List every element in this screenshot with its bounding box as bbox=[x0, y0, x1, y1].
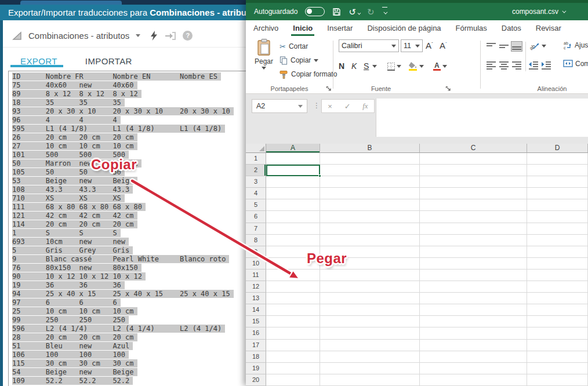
align-right-icon[interactable] bbox=[511, 60, 522, 70]
borders-button[interactable] bbox=[387, 59, 401, 73]
column-header-D[interactable]: D bbox=[527, 144, 588, 153]
row-header-16[interactable]: 16 bbox=[246, 327, 266, 339]
wrap-text-button[interactable]: ab c Ajust bbox=[563, 41, 588, 50]
column-header-C[interactable]: C bbox=[420, 144, 527, 153]
cell-C8[interactable] bbox=[420, 235, 527, 246]
row-header-12[interactable]: 12 bbox=[246, 281, 266, 293]
ribbon-tab-archivo[interactable]: Archivo bbox=[253, 20, 278, 36]
row-header-11[interactable]: 11 bbox=[246, 270, 266, 281]
cancel-icon[interactable]: × bbox=[328, 102, 332, 111]
cell-A7[interactable] bbox=[266, 223, 320, 235]
quick-access-customize-icon[interactable] bbox=[382, 7, 387, 16]
font-size-select[interactable]: 11 bbox=[401, 39, 423, 52]
cell-D8[interactable] bbox=[527, 235, 588, 246]
cell-B14[interactable] bbox=[320, 304, 420, 316]
cell-D9[interactable] bbox=[527, 246, 588, 258]
cell-C20[interactable] bbox=[420, 374, 527, 386]
cell-C1[interactable] bbox=[420, 153, 527, 165]
formula-bar-grip[interactable]: ⋮ bbox=[313, 101, 320, 110]
select-all-button[interactable] bbox=[246, 144, 266, 153]
cell-A19[interactable] bbox=[266, 363, 320, 374]
name-box[interactable]: A2 bbox=[252, 99, 307, 113]
decrease-indent-icon[interactable] bbox=[528, 60, 539, 70]
entity-selector[interactable]: Combinaciones - atributos bbox=[28, 31, 129, 41]
cut-button[interactable]: ✂ Cortar bbox=[280, 42, 308, 51]
cell-A20[interactable] bbox=[266, 374, 320, 386]
cell-C7[interactable] bbox=[420, 223, 527, 235]
cell-B11[interactable] bbox=[320, 270, 420, 281]
cell-C16[interactable] bbox=[420, 327, 527, 339]
row-header-19[interactable]: 19 bbox=[246, 363, 266, 374]
align-left-icon[interactable] bbox=[486, 60, 496, 70]
font-name-select[interactable]: Calibri bbox=[339, 39, 399, 52]
decrease-font-icon[interactable]: Aˇ bbox=[440, 41, 447, 50]
align-center-icon[interactable] bbox=[499, 60, 509, 70]
cell-B13[interactable] bbox=[320, 293, 420, 304]
cell-C9[interactable] bbox=[420, 246, 527, 258]
cell-B8[interactable] bbox=[320, 235, 420, 246]
cell-C12[interactable] bbox=[420, 281, 527, 293]
clipboard-dialog-launcher-icon[interactable] bbox=[326, 86, 332, 92]
cell-A5[interactable] bbox=[266, 199, 320, 211]
cell-B5[interactable] bbox=[320, 199, 420, 211]
cell-A3[interactable] bbox=[266, 176, 320, 188]
row-header-8[interactable]: 8 bbox=[246, 235, 266, 246]
ribbon-tab-fórmulas[interactable]: Fórmulas bbox=[456, 20, 487, 36]
row-header-15[interactable]: 15 bbox=[246, 316, 266, 327]
cell-B16[interactable] bbox=[320, 327, 420, 339]
cell-B19[interactable] bbox=[320, 363, 420, 374]
cell-D3[interactable] bbox=[527, 176, 588, 188]
cell-A1[interactable] bbox=[266, 153, 320, 165]
font-color-button[interactable]: A bbox=[433, 59, 447, 73]
cell-A15[interactable] bbox=[266, 316, 320, 327]
underline-button[interactable]: S bbox=[364, 59, 377, 73]
cell-A18[interactable] bbox=[266, 351, 320, 363]
enter-icon[interactable]: ✓ bbox=[344, 102, 351, 111]
tab-export[interactable]: EXPORT bbox=[20, 56, 57, 66]
cell-D13[interactable] bbox=[527, 293, 588, 304]
cell-A11[interactable] bbox=[266, 270, 320, 281]
row-header-13[interactable]: 13 bbox=[246, 293, 266, 304]
cell-C18[interactable] bbox=[420, 351, 527, 363]
ribbon-tab-disposición-de-página[interactable]: Disposición de página bbox=[367, 20, 441, 36]
row-header-17[interactable]: 17 bbox=[246, 340, 266, 351]
cell-D16[interactable] bbox=[527, 327, 588, 339]
row-header-5[interactable]: 5 bbox=[246, 199, 266, 211]
undo-icon[interactable]: ↺ bbox=[349, 8, 360, 16]
cell-D10[interactable] bbox=[527, 258, 588, 270]
row-header-20[interactable]: 20 bbox=[246, 374, 266, 386]
row-header-4[interactable]: 4 bbox=[246, 188, 266, 199]
cell-B10[interactable] bbox=[320, 258, 420, 270]
row-header-10[interactable]: 10 bbox=[246, 258, 266, 270]
align-bottom-icon[interactable] bbox=[511, 42, 522, 51]
cell-A12[interactable] bbox=[266, 281, 320, 293]
cell-C6[interactable] bbox=[420, 211, 527, 223]
cell-B12[interactable] bbox=[320, 281, 420, 293]
tab-importar[interactable]: IMPORTAR bbox=[85, 56, 132, 66]
row-header-9[interactable]: 9 bbox=[246, 246, 266, 258]
cell-B7[interactable] bbox=[320, 223, 420, 235]
cell-D2[interactable] bbox=[527, 165, 588, 176]
cell-B1[interactable] bbox=[320, 153, 420, 165]
selected-cell-A2[interactable] bbox=[266, 165, 320, 176]
cell-A17[interactable] bbox=[266, 340, 320, 351]
cell-C4[interactable] bbox=[420, 188, 527, 199]
row-header-18[interactable]: 18 bbox=[246, 351, 266, 363]
fill-handle[interactable] bbox=[318, 174, 321, 177]
cell-B15[interactable] bbox=[320, 316, 420, 327]
cell-D4[interactable] bbox=[527, 188, 588, 199]
orientation-button[interactable]: ab bbox=[529, 41, 546, 51]
copy-button[interactable]: Copiar bbox=[280, 56, 318, 65]
ribbon-tab-insertar[interactable]: Insertar bbox=[327, 20, 353, 36]
import-arrow-icon[interactable] bbox=[165, 31, 176, 41]
insert-function-icon[interactable]: fx bbox=[362, 101, 368, 111]
cell-C13[interactable] bbox=[420, 293, 527, 304]
format-painter-button[interactable]: Copiar formato bbox=[280, 70, 337, 79]
cell-A9[interactable] bbox=[266, 246, 320, 258]
row-header-3[interactable]: 3 bbox=[246, 176, 266, 188]
cell-D19[interactable] bbox=[527, 363, 588, 374]
save-icon[interactable] bbox=[332, 8, 341, 16]
font-dialog-launcher-icon[interactable] bbox=[445, 86, 451, 92]
cell-D12[interactable] bbox=[527, 281, 588, 293]
cell-B9[interactable] bbox=[320, 246, 420, 258]
